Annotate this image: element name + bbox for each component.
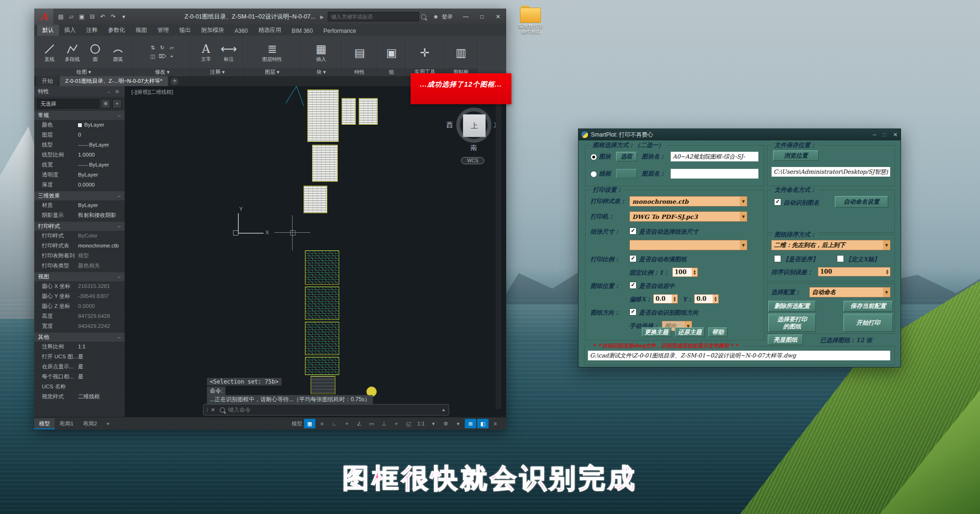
property-row[interactable]: 线型比例1.0000: [34, 150, 125, 160]
viewcube-west[interactable]: 西: [446, 121, 453, 129]
property-row[interactable]: 打印样式表monochrome.ctb: [34, 241, 125, 251]
properties-section-header[interactable]: 三维效果−: [34, 191, 125, 200]
status-icon[interactable]: ⊥: [378, 419, 390, 428]
arc-tool[interactable]: 圆弧: [108, 43, 128, 63]
status-icon[interactable]: ▾: [452, 419, 464, 428]
auto-center-checkbox[interactable]: ✓: [629, 282, 637, 289]
annotate-panel-label[interactable]: 注释 ▾: [191, 68, 244, 76]
layout-tab-model[interactable]: 模型: [34, 418, 55, 429]
property-row[interactable]: 阴影显示投射和接收阴影: [34, 210, 125, 220]
status-icon[interactable]: ▭: [366, 419, 377, 428]
selection-dropdown[interactable]: 无选择: [37, 99, 99, 109]
grip-handle-icon[interactable]: ⁞: [206, 407, 208, 413]
property-row[interactable]: UCS 名称: [34, 382, 125, 392]
define-x-axis-checkbox[interactable]: ✓: [837, 255, 844, 262]
auto-name-settings-button[interactable]: 自动命名设置: [835, 196, 888, 208]
property-row[interactable]: 高度847329.6428: [34, 311, 125, 321]
blockname-input[interactable]: [670, 151, 759, 162]
scrollbar-thumb[interactable]: [496, 180, 501, 261]
layername-input[interactable]: [670, 168, 759, 179]
file-tab-start[interactable]: 开始: [36, 76, 59, 86]
close-command-icon[interactable]: ✕: [211, 407, 215, 413]
help-button[interactable]: 帮助: [708, 327, 727, 337]
close-button[interactable]: ✕: [490, 11, 506, 22]
collapse-icon[interactable]: −: [118, 274, 121, 280]
status-icon[interactable]: ▦: [304, 419, 315, 428]
plot-style-select[interactable]: monochrome.ctb▼: [629, 196, 747, 207]
status-icon[interactable]: +: [391, 419, 402, 428]
file-tab-drawing[interactable]: Z-0-01图纸目录、Z-...明~N-0-07大样等*: [59, 76, 168, 86]
paper-size-select[interactable]: ▼: [629, 240, 747, 250]
qat-icon[interactable]: ↷: [109, 13, 117, 20]
properties-section-header[interactable]: 打印样式−: [34, 222, 125, 231]
signin-link[interactable]: 登录: [441, 13, 452, 20]
property-row[interactable]: 视觉样式二维线框: [34, 392, 125, 402]
layout-tab-2[interactable]: 布局2: [78, 418, 101, 429]
search-icon[interactable]: [421, 14, 426, 20]
ribbon-tab[interactable]: 输出: [174, 25, 196, 36]
block-panel-label[interactable]: 块 ▾: [301, 68, 342, 76]
ribbon-tab[interactable]: 视图: [130, 25, 152, 36]
status-icon[interactable]: ∠: [353, 419, 365, 428]
dialog-close-button[interactable]: ✕: [893, 131, 898, 138]
status-icon[interactable]: ⌖: [341, 419, 353, 428]
save-config-button[interactable]: 保存当前配置: [843, 301, 893, 312]
property-row[interactable]: 线宽ByLayer: [34, 160, 125, 170]
property-row[interactable]: 打印样式ByColor: [34, 231, 125, 241]
ribbon-tab[interactable]: 附加模块: [196, 25, 229, 36]
fixed-scale-spinner[interactable]: 100▲▼: [672, 267, 698, 277]
start-print-button[interactable]: 开始打印: [843, 314, 893, 332]
qat-icon[interactable]: ▱: [68, 13, 75, 20]
status-icon[interactable]: 1:1: [415, 419, 427, 428]
auto-fit-checkbox[interactable]: ✓: [629, 255, 637, 262]
ribbon-tab[interactable]: 管理: [152, 25, 174, 36]
smartplot-titlebar[interactable]: SmartPlot: 打印不再费心 – □ ✕: [578, 129, 901, 140]
polyline-tool[interactable]: 多段线: [62, 43, 83, 63]
property-row[interactable]: 圆心 X 坐标216315.3281: [34, 281, 125, 291]
line-tool[interactable]: 直线: [39, 43, 60, 63]
toggle-pickadd-icon[interactable]: ⊕: [101, 99, 110, 109]
new-drawing-tab-button[interactable]: +: [171, 78, 178, 85]
property-row[interactable]: 图层0: [34, 130, 125, 140]
block-radio[interactable]: [590, 154, 597, 160]
ribbon-tab[interactable]: A360: [229, 26, 253, 36]
auto-name-checkbox[interactable]: ✓: [774, 198, 781, 206]
browse-location-button[interactable]: 浏览位置: [773, 150, 819, 161]
ribbon-tab[interactable]: 插入: [59, 25, 81, 36]
modify-tool-icon[interactable]: ⌦: [158, 53, 167, 61]
status-icon[interactable]: ◧: [477, 419, 489, 428]
ribbon-tab[interactable]: 默认: [37, 25, 59, 36]
property-row[interactable]: 透明度ByLayer: [34, 170, 125, 180]
drawing-area[interactable]: [-][俯视][二维线框] Y X: [125, 86, 506, 417]
account-icon[interactable]: ☻: [433, 13, 439, 20]
modify-panel-label[interactable]: 修改 ▾: [134, 68, 191, 76]
sort-mode-select[interactable]: 二维：先左到右，后上到下▼: [771, 240, 891, 250]
command-input[interactable]: [227, 406, 441, 414]
config-select[interactable]: 自动命名▼: [809, 287, 891, 297]
property-row[interactable]: 打印表附着到模型: [34, 251, 125, 261]
choose-sheets-button[interactable]: 选择要打印的图纸: [768, 314, 816, 332]
properties-panel-label[interactable]: 特性: [342, 68, 377, 76]
status-icon[interactable]: ∟: [329, 419, 340, 428]
change-theme-button[interactable]: 更换主题: [642, 327, 671, 337]
status-icon[interactable]: ◱: [403, 419, 414, 428]
status-icon[interactable]: ⚙: [440, 419, 451, 428]
property-row[interactable]: 每个视口都...是: [34, 372, 125, 382]
properties-section-header[interactable]: 其他−: [34, 333, 125, 342]
modify-tool-icon[interactable]: +: [167, 53, 176, 61]
offset-y-spinner[interactable]: 0.0▲▼: [694, 294, 719, 304]
pick-wireframe-button[interactable]: [616, 169, 637, 178]
ribbon-tab[interactable]: 参数化: [103, 25, 130, 36]
dialog-minimize-button[interactable]: –: [873, 131, 876, 138]
status-icon[interactable]: ≡: [316, 419, 328, 428]
status-icon[interactable]: ≡: [490, 419, 501, 428]
collapse-icon[interactable]: −: [118, 224, 121, 229]
command-line[interactable]: ⁞ ✕ ▲: [203, 404, 449, 415]
help-search-input[interactable]: [328, 12, 419, 21]
property-row[interactable]: 颜色ByLayer: [34, 120, 125, 130]
property-row[interactable]: 线型ByLayer: [34, 140, 125, 150]
status-icon[interactable]: ▾: [428, 419, 439, 428]
command-search-icon[interactable]: [220, 407, 225, 413]
minimize-button[interactable]: —: [458, 11, 474, 22]
property-row[interactable]: 厚度0.0000: [34, 180, 125, 190]
